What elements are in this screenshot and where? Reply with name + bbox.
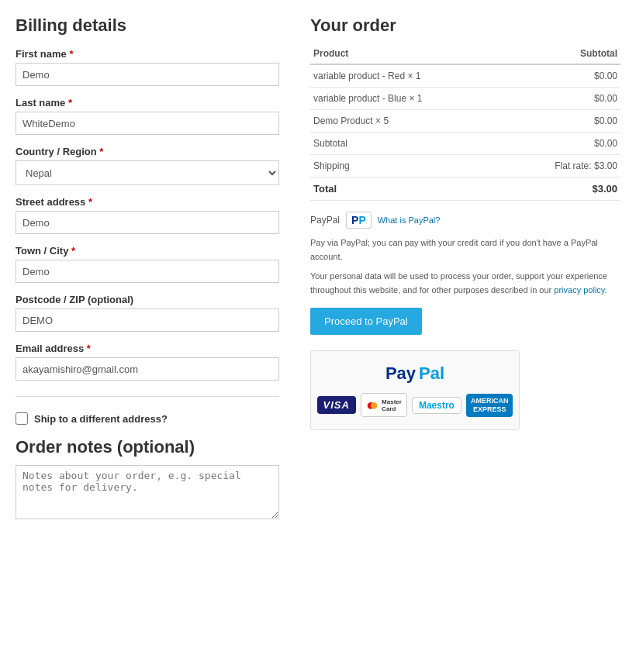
section-divider xyxy=(16,396,279,397)
order-notes-group: Order notes (optional) xyxy=(16,437,279,522)
table-row: variable product - Blue × 1$0.00 xyxy=(310,88,620,110)
col-product-header: Product xyxy=(310,43,504,64)
country-label: Country / Region * xyxy=(16,146,279,157)
visa-card-icon: VISA xyxy=(317,396,356,414)
paypal-card-box: PayPal VISA ●● MasterCard Maestro AMERIC… xyxy=(310,350,520,430)
street-group: Street address * xyxy=(16,196,279,234)
proceed-to-paypal-button[interactable]: Proceed to PayPal xyxy=(310,308,422,335)
last-name-group: Last name * xyxy=(16,97,279,135)
shipping-label: Shipping xyxy=(310,155,504,177)
order-table-header: Product Subtotal xyxy=(310,43,620,64)
paypal-row: PayPal PP What is PayPal? xyxy=(310,212,620,229)
total-row: Total $3.00 xyxy=(310,177,620,201)
order-notes-input[interactable] xyxy=(16,465,279,519)
order-table: Product Subtotal variable product - Red … xyxy=(310,43,620,201)
first-name-group: First name * xyxy=(16,48,279,86)
table-row: Demo Product × 5$0.00 xyxy=(310,110,620,133)
email-input[interactable] xyxy=(16,357,279,381)
first-name-label: First name * xyxy=(16,48,279,60)
your-order-title: Your order xyxy=(310,16,620,36)
postcode-input[interactable] xyxy=(16,308,279,332)
paypal-logo: PayPal xyxy=(385,364,444,384)
ship-to-different-row: Ship to a different address? xyxy=(16,412,279,425)
street-label: Street address * xyxy=(16,196,279,208)
amex-icon: AMERICANEXPRESS xyxy=(466,394,513,417)
first-name-input[interactable] xyxy=(16,63,279,86)
mastercard-icon: ●● MasterCard xyxy=(361,393,407,417)
table-row: variable product - Red × 1$0.00 xyxy=(310,64,620,88)
privacy-text: Your personal data will be used to proce… xyxy=(310,270,620,297)
order-section: Your order Product Subtotal variable pro… xyxy=(310,16,620,532)
order-notes-title: Order notes (optional) xyxy=(16,437,279,457)
shipping-value: Flat rate: $3.00 xyxy=(504,155,620,177)
email-label: Email address * xyxy=(16,343,279,354)
cards-row: VISA ●● MasterCard Maestro AMERICANEXPRE… xyxy=(317,393,513,417)
country-group: Country / Region * Nepal xyxy=(16,146,279,185)
paypal-icon: PP xyxy=(346,212,372,229)
ship-to-different-checkbox[interactable] xyxy=(16,412,28,425)
last-name-label: Last name * xyxy=(16,97,279,109)
town-input[interactable] xyxy=(16,260,279,283)
total-value: $3.00 xyxy=(504,177,620,201)
col-subtotal-header: Subtotal xyxy=(504,43,620,64)
town-label: Town / City * xyxy=(16,245,279,257)
country-select[interactable]: Nepal xyxy=(16,160,279,185)
shipping-row: Shipping Flat rate: $3.00 xyxy=(310,155,620,177)
subtotal-label: Subtotal xyxy=(310,133,504,155)
street-input[interactable] xyxy=(16,211,279,234)
paypal-description: Pay via PayPal; you can pay with your cr… xyxy=(310,236,620,264)
last-name-input[interactable] xyxy=(16,112,279,135)
subtotal-row: Subtotal $0.00 xyxy=(310,133,620,155)
paypal-label: PayPal xyxy=(310,215,340,226)
email-group: Email address * xyxy=(16,343,279,381)
what-is-paypal-link[interactable]: What is PayPal? xyxy=(378,215,441,225)
billing-section: Billing details First name * Last name *… xyxy=(16,16,279,532)
postcode-group: Postcode / ZIP (optional) xyxy=(16,294,279,332)
ship-to-different-label: Ship to a different address? xyxy=(34,413,168,425)
town-group: Town / City * xyxy=(16,245,279,283)
billing-title: Billing details xyxy=(16,16,279,36)
privacy-policy-link[interactable]: privacy policy xyxy=(554,285,604,295)
subtotal-value: $0.00 xyxy=(504,133,620,155)
total-label: Total xyxy=(310,177,504,201)
maestro-icon: Maestro xyxy=(412,397,461,414)
postcode-label: Postcode / ZIP (optional) xyxy=(16,294,279,305)
